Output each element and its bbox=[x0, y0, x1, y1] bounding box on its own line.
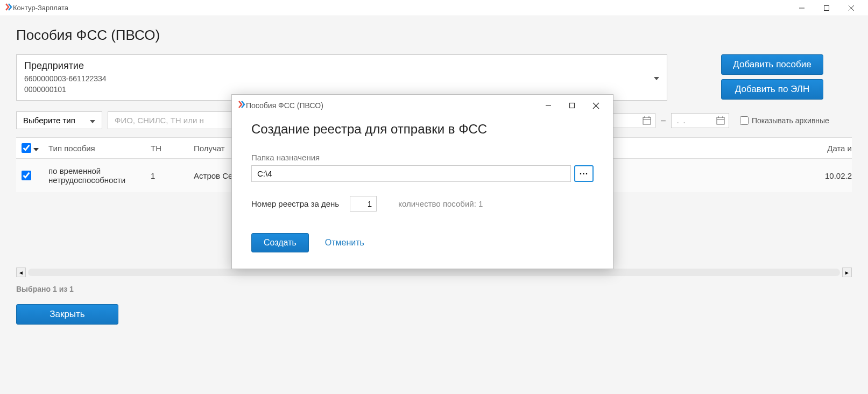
maximize-button[interactable] bbox=[814, 0, 839, 16]
svg-rect-13 bbox=[570, 103, 575, 108]
close-page-button[interactable]: Закрыть bbox=[16, 304, 118, 325]
dialog-maximize-button[interactable] bbox=[560, 97, 584, 114]
registry-number-input[interactable] bbox=[350, 196, 377, 212]
svg-rect-4 bbox=[643, 117, 651, 124]
add-by-eln-button[interactable]: Добавить по ЭЛН bbox=[721, 79, 823, 100]
dialog-title: Пособия ФСС (ПВСО) bbox=[246, 101, 323, 110]
archive-checkbox-input[interactable] bbox=[740, 116, 749, 125]
dialog-minimize-button[interactable] bbox=[537, 97, 560, 114]
scroll-track[interactable] bbox=[28, 269, 840, 276]
dialog-titlebar: Пособия ФСС (ПВСО) bbox=[232, 95, 613, 116]
show-archive-checkbox[interactable]: Показывать архивные bbox=[740, 116, 829, 125]
registry-number-label: Номер реестра за день bbox=[251, 199, 339, 208]
cancel-button[interactable]: Отменить bbox=[325, 238, 364, 248]
dialog-logo-icon bbox=[237, 100, 246, 111]
type-filter-label: Выберите тип bbox=[23, 116, 75, 125]
add-benefit-button[interactable]: Добавить пособие bbox=[721, 54, 823, 75]
app-titlebar: Контур-Зарплата bbox=[0, 0, 868, 16]
chevron-down-icon bbox=[90, 116, 95, 125]
svg-rect-1 bbox=[824, 5, 829, 10]
calendar-icon[interactable] bbox=[716, 116, 725, 125]
close-button[interactable] bbox=[839, 0, 864, 16]
enterprise-code: 6600000003-661122334 bbox=[24, 74, 659, 85]
enterprise-account: 0000000101 bbox=[24, 85, 659, 95]
dialog-heading: Создание реестра для отправки в ФСС bbox=[251, 122, 594, 137]
cell-tn: 1 bbox=[151, 171, 194, 180]
enterprise-label: Предприятие bbox=[24, 60, 659, 72]
create-button[interactable]: Создать bbox=[251, 233, 309, 252]
date-to-field[interactable] bbox=[675, 116, 712, 125]
date-range-dash: – bbox=[661, 116, 666, 125]
date-to-input[interactable] bbox=[671, 113, 729, 128]
app-title: Контур-Зарплата bbox=[13, 4, 68, 12]
cell-type: по временной нетрудоспособности bbox=[48, 166, 151, 185]
svg-rect-8 bbox=[717, 117, 724, 124]
app-logo-icon bbox=[4, 3, 13, 13]
selection-count: Выбрано 1 из 1 bbox=[16, 285, 852, 293]
type-filter-select[interactable]: Выберите тип bbox=[16, 111, 102, 129]
col-header-type[interactable]: Тип пособия bbox=[48, 144, 151, 153]
col-header-date[interactable]: Дата и bbox=[683, 144, 852, 153]
create-registry-dialog: Пособия ФСС (ПВСО) Создание реестра для … bbox=[231, 94, 613, 269]
dialog-close-button[interactable] bbox=[584, 97, 608, 114]
folder-label: Папка назначения bbox=[251, 153, 594, 162]
scroll-left-button[interactable]: ◄ bbox=[16, 268, 26, 277]
calendar-icon[interactable] bbox=[642, 116, 652, 125]
folder-path-input[interactable] bbox=[251, 165, 571, 182]
cell-date: 10.02.2 bbox=[683, 171, 852, 180]
minimize-button[interactable] bbox=[789, 0, 814, 16]
chevron-down-icon[interactable] bbox=[33, 144, 39, 153]
browse-folder-button[interactable]: ··· bbox=[574, 165, 594, 182]
scroll-right-button[interactable]: ► bbox=[842, 268, 852, 277]
page-title: Пособия ФСС (ПВСО) bbox=[16, 27, 852, 44]
archive-checkbox-label: Показывать архивные bbox=[752, 116, 829, 125]
col-header-tn[interactable]: ТН bbox=[151, 144, 194, 153]
benefits-count-text: количество пособий: 1 bbox=[398, 199, 483, 208]
row-checkbox[interactable] bbox=[22, 171, 31, 180]
chevron-down-icon bbox=[654, 73, 659, 82]
select-all-checkbox[interactable] bbox=[22, 143, 31, 153]
